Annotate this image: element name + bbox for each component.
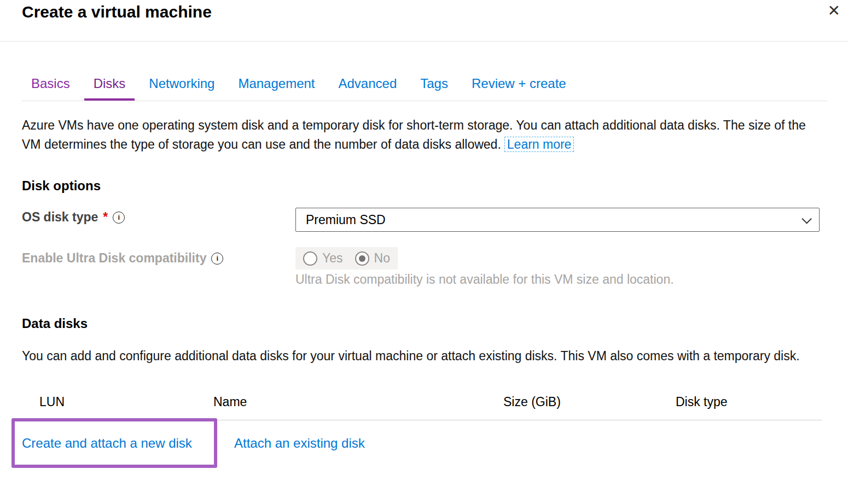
ultra-disk-radio-group: Yes No [295,247,398,269]
chevron-down-icon [801,214,811,224]
disk-options-heading: Disk options [22,178,101,194]
create-and-attach-new-disk-link[interactable]: Create and attach a new disk [22,436,192,451]
intro-text: Azure VMs have one operating system disk… [22,118,806,151]
page-title: Create a virtual machine [22,1,212,23]
intro-paragraph: Azure VMs have one operating system disk… [22,116,821,154]
ultra-disk-label-text: Enable Ultra Disk compatibility [22,251,206,266]
ultra-disk-helper-text: Ultra Disk compatibility is not availabl… [295,271,744,288]
os-disk-type-label-text: OS disk type [22,210,98,225]
header-divider [0,41,848,42]
tab-basics[interactable]: Basics [22,75,79,101]
column-header-disk-type: Disk type [676,395,728,409]
os-disk-type-value: Premium SSD [306,213,802,227]
data-disks-description: You can add and configure additional dat… [22,347,805,366]
os-disk-type-dropdown[interactable]: Premium SSD [295,208,820,232]
tab-tags[interactable]: Tags [411,75,457,101]
tab-review-create[interactable]: Review + create [462,75,576,101]
column-header-size: Size (GiB) [503,395,561,409]
required-asterisk: * [103,210,108,225]
info-icon[interactable]: i [211,253,223,265]
radio-circle-yes [303,251,317,266]
ultra-disk-label: Enable Ultra Disk compatibility i [22,251,223,266]
info-icon[interactable]: i [113,212,125,224]
table-header-divider [22,420,822,420]
radio-circle-no [355,251,369,266]
radio-label-no: No [374,251,390,266]
radio-option-yes[interactable]: Yes [303,251,343,266]
column-header-name: Name [213,395,247,409]
radio-option-no[interactable]: No [355,251,390,266]
tab-advanced[interactable]: Advanced [329,75,406,101]
os-disk-type-label: OS disk type * i [22,210,125,225]
tab-disks[interactable]: Disks [84,75,135,101]
radio-label-yes: Yes [322,251,343,266]
close-icon[interactable]: ✕ [828,2,840,20]
data-disks-heading: Data disks [22,316,88,331]
tab-management[interactable]: Management [229,75,324,101]
tab-networking[interactable]: Networking [140,75,224,101]
learn-more-link[interactable]: Learn more [504,137,574,152]
wizard-tabs: Basics Disks Networking Management Advan… [22,75,580,101]
attach-existing-disk-link[interactable]: Attach an existing disk [234,436,365,451]
column-header-lun: LUN [39,395,65,409]
tabs-divider [22,101,827,101]
